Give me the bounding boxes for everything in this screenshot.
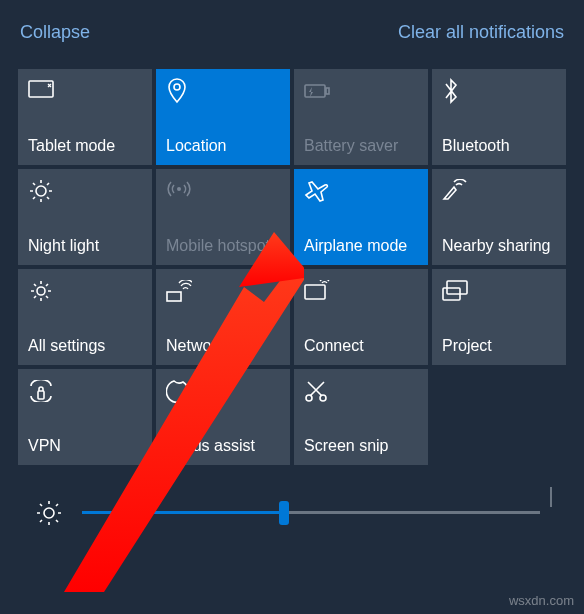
tile-screen-snip[interactable]: Screen snip (294, 369, 428, 465)
nearby-icon (442, 177, 470, 205)
svg-rect-8 (305, 285, 325, 299)
tile-network[interactable]: Network (156, 269, 290, 365)
network-icon (166, 277, 194, 305)
slider-track (284, 511, 540, 514)
svg-rect-11 (38, 391, 44, 399)
tile-connect[interactable]: Connect (294, 269, 428, 365)
tile-label: Battery saver (304, 137, 418, 155)
collapse-link[interactable]: Collapse (20, 22, 90, 43)
night-light-icon (28, 177, 56, 205)
tile-label: Bluetooth (442, 137, 556, 155)
tile-all-settings[interactable]: All settings (18, 269, 152, 365)
tile-label: Screen snip (304, 437, 418, 455)
battery-saver-icon (304, 77, 332, 105)
watermark: wsxdn.com (509, 593, 574, 608)
clear-notifications-link[interactable]: Clear all notifications (398, 22, 564, 43)
topbar: Collapse Clear all notifications (16, 12, 568, 69)
svg-rect-2 (305, 85, 325, 97)
tile-bluetooth[interactable]: Bluetooth (432, 69, 566, 165)
tile-airplane-mode[interactable]: Airplane mode (294, 169, 428, 265)
snip-icon (304, 377, 332, 405)
bluetooth-icon (442, 77, 470, 105)
airplane-icon (304, 177, 332, 205)
tile-label: All settings (28, 337, 142, 355)
focus-icon (166, 377, 194, 405)
hotspot-icon (166, 177, 194, 205)
settings-icon (28, 277, 56, 305)
brightness-slider[interactable] (82, 495, 540, 531)
action-center-panel: Collapse Clear all notifications Tablet … (0, 0, 584, 614)
svg-point-14 (44, 508, 54, 518)
quick-actions-grid: Tablet mode Location Battery saver Bluet… (18, 69, 566, 465)
tile-label: VPN (28, 437, 142, 455)
svg-rect-0 (29, 81, 53, 97)
svg-point-4 (36, 186, 46, 196)
tile-tablet-mode[interactable]: Tablet mode (18, 69, 152, 165)
connect-icon (304, 277, 332, 305)
svg-point-6 (37, 287, 45, 295)
tile-label: Network (166, 337, 280, 355)
svg-point-1 (174, 84, 180, 90)
tile-label: Location (166, 137, 280, 155)
tile-label: Nearby sharing (442, 237, 556, 255)
tablet-mode-icon (28, 77, 56, 105)
svg-rect-7 (167, 292, 181, 301)
tile-focus-assist[interactable]: Focus assist (156, 369, 290, 465)
vpn-icon (28, 377, 56, 405)
tile-nearby-sharing[interactable]: Nearby sharing (432, 169, 566, 265)
location-icon (166, 77, 194, 105)
project-icon (442, 277, 470, 305)
tile-battery-saver[interactable]: Battery saver (294, 69, 428, 165)
slider-thumb[interactable] (279, 501, 289, 525)
tile-project[interactable]: Project (432, 269, 566, 365)
tile-location[interactable]: Location (156, 69, 290, 165)
tile-night-light[interactable]: Night light (18, 169, 152, 265)
brightness-row (16, 465, 568, 531)
tile-label: Connect (304, 337, 418, 355)
tile-label: Mobile hotspot (166, 237, 280, 255)
tile-mobile-hotspot[interactable]: Mobile hotspot (156, 169, 290, 265)
tile-label: Airplane mode (304, 237, 418, 255)
tile-label: Night light (28, 237, 142, 255)
tile-label: Focus assist (166, 437, 280, 455)
tile-label: Tablet mode (28, 137, 142, 155)
tile-vpn[interactable]: VPN (18, 369, 152, 465)
slider-end-tick (550, 487, 552, 507)
svg-rect-3 (326, 88, 329, 94)
svg-point-5 (177, 187, 181, 191)
brightness-icon (34, 498, 64, 528)
tile-label: Project (442, 337, 556, 355)
slider-track-active (82, 511, 284, 514)
